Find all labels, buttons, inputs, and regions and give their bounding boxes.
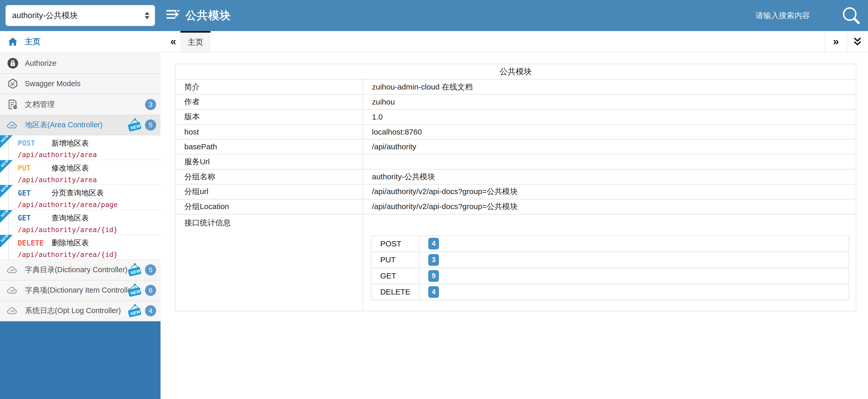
new-ribbon-icon: NEW — [0, 210, 13, 223]
search-input[interactable] — [754, 10, 821, 21]
sidebar-api-item[interactable]: NEW DELETE 删除地区表 /api/authority/area/{id… — [0, 235, 160, 260]
http-method-label: GET — [18, 214, 52, 222]
new-sign-icon: NEW — [127, 263, 142, 277]
stats-method: GET — [371, 268, 419, 284]
api-title: 新增地区表 — [52, 138, 89, 148]
row-value: zuihou-admin-cloud 在线文档 — [363, 80, 856, 94]
row-value: localhost:8760 — [363, 124, 856, 140]
new-ribbon-icon: NEW — [0, 235, 13, 248]
tab-bar-right: » — [825, 31, 868, 52]
table-row: 作者 zuihou — [175, 94, 856, 110]
svg-text:API: API — [10, 269, 15, 272]
stats-count-badge: 9 — [428, 270, 439, 282]
row-label: 服务Url — [175, 154, 363, 169]
api-stats-table: POST 4 PUT 3 GET 9 DELETE 4 — [371, 235, 849, 300]
stats-count-cell: 4 — [419, 236, 849, 252]
new-ribbon-icon: NEW — [0, 160, 13, 173]
stats-count-cell: 9 — [419, 268, 849, 284]
row-label: 分组名称 — [175, 169, 363, 184]
api-path: /api/authority/area — [18, 151, 161, 159]
group-select[interactable]: authority-公共模块 — [5, 5, 155, 26]
new-ribbon-icon: NEW — [0, 185, 13, 198]
row-label: 简介 — [175, 80, 363, 94]
api-path: /api/authority/area/page — [18, 201, 161, 208]
sidebar-api-item[interactable]: NEW GET 分页查询地区表 /api/authority/area/page — [0, 185, 160, 210]
sidebar-item-doc-manage[interactable]: 文档管理 3 — [0, 94, 160, 115]
stats-count-badge: 4 — [428, 238, 439, 250]
table-row: 版本 1.0 — [175, 110, 856, 124]
stats-table-row: PUT 3 — [371, 252, 849, 268]
api-title: 分页查询地区表 — [52, 188, 104, 198]
svg-text:API: API — [10, 289, 15, 292]
stats-count-badge: 3 — [428, 254, 439, 266]
http-method-label: PUT — [18, 164, 52, 172]
table-title: 公共模块 — [175, 64, 856, 80]
table-row: 简介 zuihou-admin-cloud 在线文档 — [175, 80, 856, 94]
sidebar-item-label: 系统日志(Opt Log Controller) — [25, 306, 121, 316]
sidebar-item-authorize[interactable]: Authorize — [0, 53, 160, 74]
stats-method: DELETE — [371, 284, 419, 300]
svg-text:API: API — [10, 310, 15, 313]
new-sign-icon: NEW — [127, 304, 142, 318]
double-chevron-down-icon[interactable] — [846, 31, 868, 52]
new-sign-icon: NEW — [127, 283, 142, 297]
sidebar-controller-item[interactable]: API 系统日志(Opt Log Controller) NEW 4 — [0, 301, 160, 321]
stats-table-row: POST 4 — [371, 236, 849, 252]
sidebar-api-item[interactable]: NEW PUT 修改地区表 /api/authority/area — [0, 160, 160, 185]
count-badge: 4 — [145, 305, 156, 316]
stats-table-row: GET 9 — [371, 268, 849, 284]
table-row: 分组名称 authority-公共模块 — [175, 169, 856, 184]
row-label: 分组url — [175, 184, 363, 199]
api-title: 修改地区表 — [52, 163, 89, 173]
row-label: 版本 — [175, 110, 363, 124]
cloud-api-icon: API — [7, 264, 19, 276]
http-method-label: DELETE — [18, 239, 52, 247]
api-title: 查询地区表 — [52, 213, 89, 223]
stats-count-cell: 3 — [419, 252, 849, 268]
api-path: /api/authority/area/{id} — [18, 251, 161, 258]
stats-table-row: DELETE 4 — [371, 284, 849, 300]
sidebar-item-label: 字典目录(Dictionary Controller) — [25, 265, 127, 275]
collapse-left-icon[interactable]: « — [167, 31, 179, 52]
sidebar-api-item[interactable]: NEW GET 查询地区表 /api/authority/area/{id} — [0, 210, 160, 235]
collapse-right-icon[interactable]: » — [825, 31, 846, 52]
sidebar-item-label: 文档管理 — [25, 99, 55, 110]
sidebar-controller-item[interactable]: API 字典项(Dictionary Item Controller) NEW … — [0, 281, 160, 301]
cloud-api-icon: API — [7, 119, 19, 131]
row-label: basePath — [175, 139, 363, 154]
brand: 公共模块 — [166, 0, 231, 31]
new-ribbon-icon: NEW — [0, 135, 13, 148]
tab-label: 主页 — [188, 37, 203, 48]
stats-count-cell: 4 — [419, 284, 849, 300]
sidebar-item-home[interactable]: 主页 — [0, 31, 160, 53]
cloud-api-icon: API — [7, 305, 19, 316]
search-area — [754, 0, 868, 31]
sidebar-item-label: Authorize — [25, 59, 56, 67]
table-row: 分组url /api/authority/v2/api-docs?group=公… — [175, 184, 856, 199]
count-badge: 5 — [145, 119, 156, 131]
table-row: host localhost:8760 — [175, 124, 856, 140]
stats-count-badge: 4 — [428, 286, 439, 298]
models-hexagon-icon — [7, 78, 19, 89]
count-badge: 3 — [145, 99, 156, 110]
sidebar-item-area-controller[interactable]: API 地区表(Area Controller) NEW 5 — [0, 115, 160, 135]
api-path: /api/authority/area/{id} — [18, 226, 161, 234]
stats-method: PUT — [371, 252, 419, 268]
sidebar-item-swagger-models[interactable]: Swagger Models — [0, 74, 160, 94]
home-icon — [7, 36, 19, 47]
group-select-wrap: authority-公共模块 — [5, 5, 155, 26]
sidebar-item-label: 字典项(Dictionary Item Controller) — [25, 285, 136, 295]
row-value: zuihou — [363, 94, 856, 110]
sidebar-api-item[interactable]: NEW POST 新增地区表 /api/authority/area — [0, 135, 160, 160]
stats-label: 接口统计信息 — [175, 214, 363, 311]
sidebar-controller-item[interactable]: API 字典目录(Dictionary Controller) NEW 5 — [0, 260, 160, 280]
row-value: authority-公共模块 — [363, 169, 856, 184]
page-title: 公共模块 — [185, 8, 231, 23]
api-title: 删除地区表 — [52, 238, 89, 248]
sidebar-item-label: 地区表(Area Controller) — [25, 120, 102, 130]
lock-icon — [7, 57, 19, 69]
search-icon[interactable] — [841, 5, 861, 26]
tab-home[interactable]: 主页 — [180, 31, 210, 52]
row-value: /api/authority/v2/api-docs?group=公共模块 — [363, 199, 856, 214]
row-value: /api/authority — [363, 139, 856, 154]
